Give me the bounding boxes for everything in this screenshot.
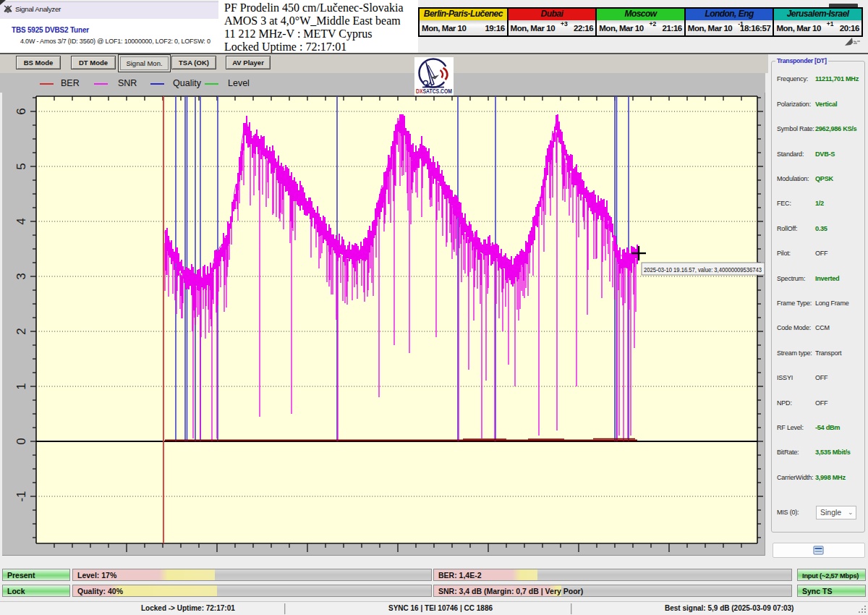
svg-text:4: 4 [14,218,28,224]
svg-text:3: 3 [14,273,28,279]
svg-text:2025-03-10 19.16.57, value: 3,: 2025-03-10 19.16.57, value: 3,4000000953… [644,266,762,273]
svg-text:1: 1 [14,383,28,389]
svg-text:DXSATCS.COM: DXSATCS.COM [416,88,452,95]
svg-text:2: 2 [14,328,28,334]
svg-text:5: 5 [14,163,28,169]
svg-text:-1: -1 [14,491,28,501]
svg-text:0: 0 [14,438,28,444]
svg-text:6: 6 [14,108,28,114]
